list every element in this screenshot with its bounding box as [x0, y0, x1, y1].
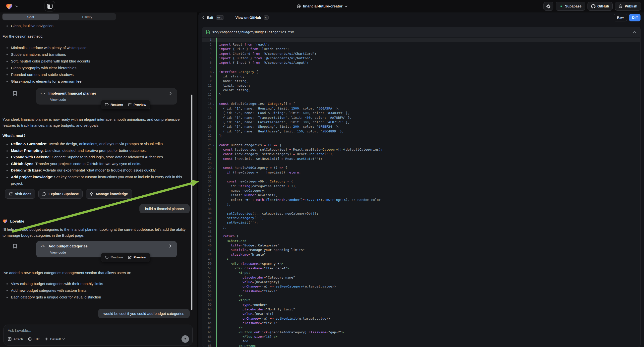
preview-button[interactable]: Preview — [126, 256, 148, 259]
fold-chevron-icon[interactable]: ⌄ — [212, 166, 216, 169]
code-line: 49 > — [202, 257, 640, 261]
github-button[interactable]: GitHub — [588, 2, 613, 11]
chevron-right-icon[interactable] — [170, 244, 172, 248]
code-line: 20 { id: '5', name: 'Shopping', limit: 2… — [202, 124, 640, 129]
diff-toggle-button[interactable]: Diff — [629, 14, 640, 22]
globe-icon — [296, 4, 301, 8]
model-default-dropdown[interactable]: Default — [44, 337, 65, 341]
code-line: 1 — [202, 38, 640, 42]
composer[interactable]: Ask Lovable... Attach Edit — [4, 324, 193, 346]
code-line: 19 { id: '4', name: 'Entertainment', lim… — [202, 120, 640, 124]
fold-chevron-icon[interactable]: ⌄ — [212, 102, 216, 105]
restore-button[interactable]: Restore — [103, 256, 125, 259]
diff-added-gutter — [216, 193, 216, 198]
line-number: 40 — [202, 216, 212, 220]
code-editor[interactable]: 12import React from 'react';3import { Pl… — [202, 37, 640, 347]
message-menu-ellipsis[interactable]: ··· — [183, 219, 190, 223]
diff-added-gutter — [216, 344, 216, 347]
project-name[interactable]: financial-future-creator — [303, 4, 342, 8]
line-number: 25 — [202, 148, 212, 151]
line-number: 22 — [202, 134, 212, 138]
file-card-header[interactable]: src/components/budget/BudgetCategories.t… — [202, 27, 640, 37]
diff-added-gutter — [216, 298, 216, 302]
diff-added-gutter — [216, 161, 216, 165]
preview-button[interactable]: Preview — [126, 103, 148, 106]
code-line: 12 color: string; — [202, 88, 640, 92]
tab-history[interactable]: History — [59, 14, 116, 20]
lovable-logo-heart-icon[interactable] — [6, 3, 13, 10]
code-line: 4import ChartCard from '@/components/ui/… — [202, 51, 640, 56]
edit-mode-button[interactable]: Edit — [28, 337, 39, 341]
exit-button[interactable]: Exit — [207, 16, 213, 20]
chevron-down-icon[interactable] — [16, 6, 18, 7]
bullet-dot-icon — [6, 47, 8, 48]
code-line: 27 const [newLimit, setNewLimit] = React… — [202, 156, 640, 161]
line-number: 67 — [202, 340, 212, 343]
toggle-sidebar-button[interactable] — [44, 1, 55, 12]
bullet-dot-icon — [6, 61, 8, 62]
line-number: 2 — [202, 43, 212, 46]
diff-added-gutter — [216, 120, 216, 124]
chevron-right-icon[interactable] — [170, 92, 172, 95]
chat-scrollbar-thumb[interactable] — [191, 94, 192, 310]
code-line: 64 /> — [202, 325, 640, 330]
send-button[interactable] — [182, 335, 189, 343]
line-number: 56 — [202, 289, 212, 293]
code-line: 66 <Plus size={16} /> — [202, 334, 640, 339]
diff-added-gutter — [216, 65, 216, 70]
code-line: 44 return ( — [202, 234, 640, 238]
line-number: 23 — [202, 139, 212, 142]
fold-chevron-icon[interactable]: ⌄ — [212, 71, 216, 73]
fold-chevron-icon[interactable]: ⌄ — [212, 180, 216, 183]
raw-toggle-button[interactable]: Raw — [614, 14, 627, 22]
chevron-left-icon[interactable] — [202, 16, 204, 19]
version-card-title: Implement financial planner — [48, 91, 166, 95]
bookmark-icon[interactable] — [13, 91, 17, 96]
list-item: Add new budget categories with custom li… — [2, 287, 190, 294]
chevron-down-icon[interactable] — [345, 6, 348, 7]
code-line: 53 placeholder="Category name" — [202, 275, 640, 280]
code-line: 31 — [202, 174, 640, 179]
code-line: 15⌄const defaultCategories: Category[] =… — [202, 102, 640, 106]
diff-added-gutter — [216, 102, 216, 106]
line-number: 58 — [202, 298, 212, 302]
tab-chat[interactable]: Chat — [2, 14, 59, 20]
file-card: src/components/budget/BudgetCategories.t… — [202, 27, 640, 347]
composer-input[interactable]: Ask Lovable... — [8, 328, 188, 332]
diff-added-gutter — [216, 138, 216, 143]
chevron-down-icon — [62, 338, 65, 340]
line-number: 18 — [202, 116, 212, 119]
supabase-button[interactable]: Supabase — [556, 2, 585, 11]
line-number: 52 — [202, 271, 212, 274]
chevron-up-icon[interactable] — [633, 31, 636, 33]
diff-added-gutter — [216, 280, 216, 284]
diff-added-gutter — [216, 106, 216, 110]
line-number: 35 — [202, 194, 212, 197]
action-button-manage-knowledge[interactable]: Manage knowledge — [86, 189, 132, 199]
action-button-visit-docs[interactable]: Visit docs — [5, 189, 35, 199]
code-view-header: Exit ESC View on GitHub G Raw Diff — [198, 12, 644, 23]
g-key-badge: G — [264, 16, 268, 20]
line-number: 10 — [202, 79, 212, 83]
bookmark-icon[interactable] — [13, 244, 17, 249]
diff-added-gutter — [216, 243, 216, 248]
code-line: 17 { id: '2', name: 'Food & Dining', lim… — [202, 111, 640, 115]
code-line: 2import React from 'react'; — [202, 42, 640, 46]
list-item: Master Prompting: Use clear, detailed, a… — [2, 147, 190, 154]
action-button-explore-supabase[interactable]: Explore Supabase — [38, 189, 83, 199]
publish-button[interactable]: Publish — [615, 2, 641, 11]
view-on-github-button[interactable]: View on GitHub — [236, 16, 261, 20]
version-card[interactable]: <> Add budget categories View code Resto… — [36, 241, 177, 258]
diff-added-gutter — [216, 97, 216, 101]
line-number: 60 — [202, 308, 212, 311]
version-card[interactable]: <> Implement financial planner View code… — [36, 88, 177, 104]
settings-button[interactable] — [544, 2, 554, 11]
code-line: 40 setNewCategory(''); — [202, 216, 640, 220]
bullet-dot-icon — [6, 26, 8, 27]
line-number: 51 — [202, 266, 212, 270]
fold-chevron-icon[interactable]: ⌄ — [212, 144, 216, 146]
attach-button[interactable]: Attach — [8, 337, 23, 341]
diff-added-gutter — [216, 115, 216, 120]
restore-button[interactable]: Restore — [103, 103, 125, 106]
diff-added-gutter — [216, 170, 216, 174]
